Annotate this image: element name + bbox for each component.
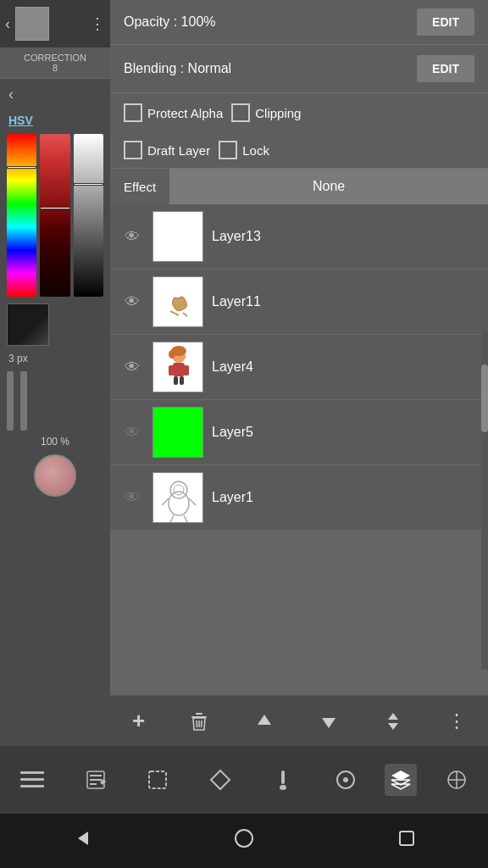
layer-name: Layer4 xyxy=(212,359,478,375)
trash-icon xyxy=(189,711,209,732)
system-home-button[interactable] xyxy=(224,818,264,864)
nav-edit-button[interactable] xyxy=(73,760,119,799)
eye-icon[interactable]: 👁 xyxy=(120,489,144,507)
protect-alpha-item[interactable]: Protect Alpha xyxy=(124,103,223,122)
blending-row: Blending : Normal EDIT xyxy=(110,44,488,92)
layer-item[interactable]: 👁 Layer1 xyxy=(110,465,488,531)
svg-rect-6 xyxy=(173,363,185,376)
nav-eraser-button[interactable] xyxy=(197,760,243,799)
svg-rect-39 xyxy=(281,771,285,784)
svg-point-42 xyxy=(343,777,348,782)
character-svg xyxy=(153,342,203,392)
layer-item[interactable]: 👁 Layer4 xyxy=(110,335,488,400)
draft-layer-label: Draft Layer xyxy=(147,143,210,158)
hue-slider[interactable] xyxy=(7,134,36,297)
scroll-thumb[interactable] xyxy=(481,364,488,432)
main-panel: Opacity : 100% EDIT Blending : Normal ED… xyxy=(110,0,488,746)
correction-box: CORRECTION 8 xyxy=(0,47,110,79)
collapse-arrow[interactable]: ‹ xyxy=(0,79,110,110)
move-down-button[interactable] xyxy=(312,704,346,738)
system-recents-button[interactable] xyxy=(386,818,427,864)
brush-icon xyxy=(272,769,294,791)
opacity-row: Opacity : 100% EDIT xyxy=(110,0,488,44)
clipping-item[interactable]: Clipping xyxy=(231,103,301,122)
nav-bar xyxy=(0,746,488,814)
sidebar-top: ‹ ⋮ xyxy=(0,0,110,47)
clipping-checkbox[interactable] xyxy=(231,103,250,122)
palette-icon xyxy=(335,769,357,791)
draft-layer-checkbox[interactable] xyxy=(124,141,142,159)
layer-name: Layer1 xyxy=(212,490,478,505)
brush-size-slider[interactable] xyxy=(7,371,14,431)
svg-point-40 xyxy=(280,785,286,790)
layer-item[interactable]: 👁 Layer11 xyxy=(110,270,488,335)
nav-brush-button[interactable] xyxy=(260,760,306,799)
correction-num: 8 xyxy=(3,63,107,73)
checkboxes-row-2: Draft Layer Lock xyxy=(110,132,488,168)
svg-point-12 xyxy=(169,350,175,359)
opacity-slider[interactable] xyxy=(20,371,27,431)
color-preview xyxy=(7,303,49,346)
more-options-button[interactable]: ⋮ xyxy=(441,704,473,739)
svg-marker-38 xyxy=(211,771,230,789)
protect-alpha-checkbox[interactable] xyxy=(124,103,142,122)
value-slider[interactable] xyxy=(74,134,103,297)
brush-size-label: 3 px xyxy=(0,349,110,368)
draft-layer-item[interactable]: Draft Layer xyxy=(124,141,210,159)
move-up-button[interactable] xyxy=(247,704,281,738)
svg-line-25 xyxy=(202,721,202,727)
svg-rect-8 xyxy=(184,365,189,376)
layer-thumbnail xyxy=(152,211,203,262)
saturation-slider[interactable] xyxy=(40,134,69,297)
layer-list: 👁 Layer13 👁 Layer11 👁 xyxy=(110,204,488,531)
edit-icon xyxy=(85,769,107,791)
nav-select-button[interactable] xyxy=(135,760,180,799)
opacity-edit-button[interactable]: EDIT xyxy=(417,8,474,36)
eye-icon[interactable]: 👁 xyxy=(120,424,144,442)
svg-marker-28 xyxy=(388,713,398,720)
add-layer-button[interactable]: + xyxy=(125,701,152,741)
lock-checkbox[interactable] xyxy=(219,141,237,159)
svg-rect-37 xyxy=(149,771,166,788)
color-circle[interactable] xyxy=(34,454,76,497)
svg-rect-30 xyxy=(20,771,44,774)
sketch-svg xyxy=(153,473,203,523)
canvas-thumbnail xyxy=(15,7,49,41)
effect-value[interactable]: None xyxy=(169,169,488,204)
svg-rect-32 xyxy=(20,785,44,787)
delete-layer-button[interactable] xyxy=(182,704,216,738)
layer-thumbnail xyxy=(152,276,203,327)
back-button[interactable]: ‹ xyxy=(5,15,10,33)
eye-icon[interactable]: 👁 xyxy=(120,228,144,246)
layer-thumbnail xyxy=(152,342,203,392)
lock-item[interactable]: Lock xyxy=(219,141,269,159)
nav-layers-button[interactable] xyxy=(385,764,417,796)
sidebar-menu-button[interactable]: ⋮ xyxy=(90,14,105,33)
effect-row: Effect None xyxy=(110,168,488,204)
layer-name: Layer11 xyxy=(212,294,478,309)
protect-alpha-label: Protect Alpha xyxy=(147,106,223,120)
back-icon xyxy=(69,826,93,850)
svg-marker-27 xyxy=(322,718,336,728)
layer-item[interactable]: 👁 Layer5 xyxy=(110,400,488,465)
color-sliders xyxy=(0,131,110,300)
layer-item[interactable]: 👁 Layer13 xyxy=(110,204,488,270)
blending-edit-button[interactable]: EDIT xyxy=(417,55,474,82)
nav-menu-button[interactable] xyxy=(8,760,56,800)
grid-icon xyxy=(446,769,468,791)
eraser-icon xyxy=(209,769,231,791)
left-sidebar: ‹ ⋮ CORRECTION 8 ‹ HSV 3 px 100 % xyxy=(0,0,110,746)
nav-palette-button[interactable] xyxy=(323,760,369,799)
svg-rect-31 xyxy=(20,778,44,781)
lock-label: Lock xyxy=(242,143,269,158)
eye-icon[interactable]: 👁 xyxy=(120,293,144,311)
svg-rect-9 xyxy=(174,376,178,385)
hsv-label[interactable]: HSV xyxy=(0,110,110,131)
layer-sketch-svg xyxy=(153,277,203,327)
blending-label-text: Blending : Normal xyxy=(124,61,417,76)
eye-icon[interactable]: 👁 xyxy=(120,359,144,376)
menu-icon xyxy=(20,768,44,792)
nav-grid-button[interactable] xyxy=(434,760,480,799)
system-back-button[interactable] xyxy=(61,818,102,864)
swap-button[interactable] xyxy=(376,704,410,738)
